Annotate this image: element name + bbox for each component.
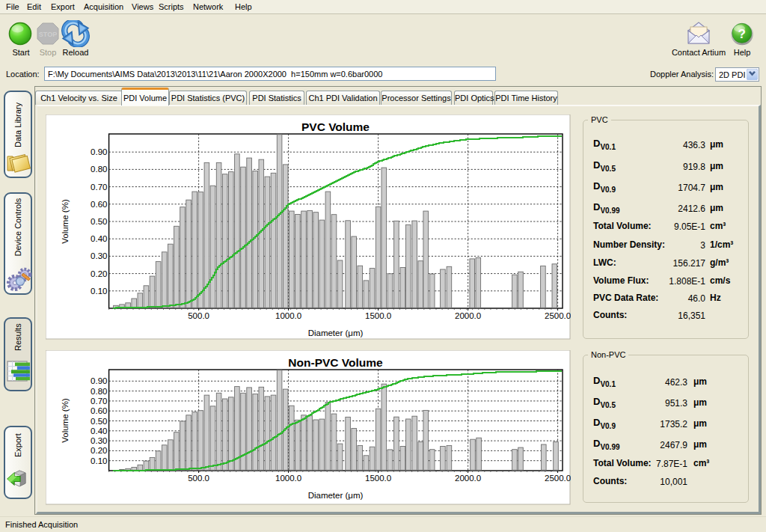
svg-text:0.60: 0.60 <box>91 200 107 209</box>
svg-text:1500.0: 1500.0 <box>365 311 391 320</box>
svg-text:2500.0: 2500.0 <box>545 474 571 483</box>
svg-text:Volume (%): Volume (%) <box>61 398 70 443</box>
svg-text:2500.0: 2500.0 <box>545 311 571 320</box>
svg-text:0.40: 0.40 <box>91 234 107 243</box>
svg-text:Diameter (μm): Diameter (μm) <box>308 328 364 337</box>
svg-text:Non-PVC Volume: Non-PVC Volume <box>288 356 383 369</box>
svg-text:Diameter (μm): Diameter (μm) <box>308 491 364 500</box>
svg-text:0.30: 0.30 <box>91 436 107 445</box>
svg-text:1000.0: 1000.0 <box>275 474 301 483</box>
svg-text:1000.0: 1000.0 <box>275 311 301 320</box>
svg-text:0.50: 0.50 <box>91 417 107 426</box>
svg-text:1500.0: 1500.0 <box>365 474 391 483</box>
svg-text:0.30: 0.30 <box>91 251 107 260</box>
svg-text:0.70: 0.70 <box>91 183 107 192</box>
svg-text:0.60: 0.60 <box>91 406 107 415</box>
svg-text:Volume (%): Volume (%) <box>61 199 70 244</box>
svg-text:0.80: 0.80 <box>91 165 107 174</box>
svg-text:500.0: 500.0 <box>188 311 209 320</box>
svg-text:0.20: 0.20 <box>91 446 107 455</box>
svg-text:0.80: 0.80 <box>91 387 107 396</box>
svg-text:0.70: 0.70 <box>91 397 107 406</box>
svg-text:0.90: 0.90 <box>91 147 107 156</box>
svg-text:STOP: STOP <box>39 31 57 38</box>
svg-text:?: ? <box>738 27 746 41</box>
svg-text:2000.0: 2000.0 <box>455 311 481 320</box>
svg-text:0.90: 0.90 <box>91 376 107 385</box>
svg-text:PVC Volume: PVC Volume <box>301 120 370 133</box>
svg-text:0.10: 0.10 <box>91 456 107 465</box>
svg-text:2000.0: 2000.0 <box>455 474 481 483</box>
svg-text:0.10: 0.10 <box>91 287 107 296</box>
svg-text:0.20: 0.20 <box>91 269 107 278</box>
svg-text:500.0: 500.0 <box>188 474 209 483</box>
svg-text:0.40: 0.40 <box>91 426 107 435</box>
svg-text:0.50: 0.50 <box>91 217 107 226</box>
